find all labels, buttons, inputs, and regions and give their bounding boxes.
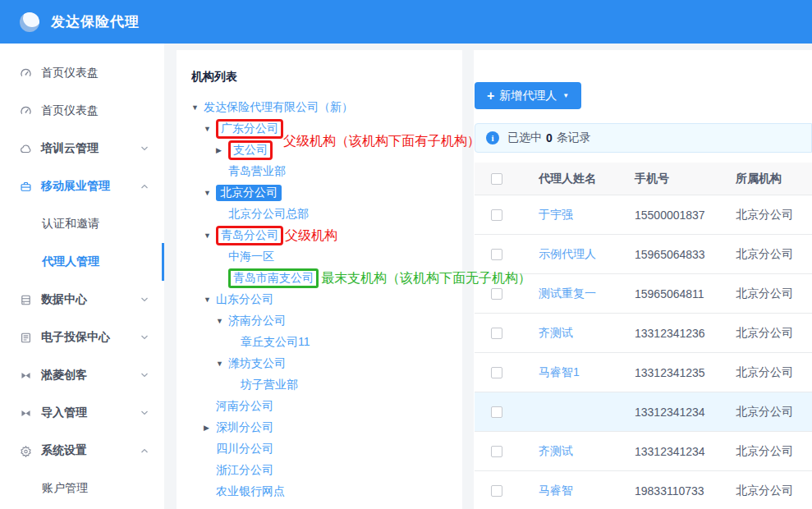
agent-name-link[interactable]: 马睿智 [539,484,573,497]
agent-name-link[interactable]: 齐测试 [539,326,573,339]
tree-node-fangzi[interactable]: 坊子营业部 [177,374,462,396]
agent-phone: 19833110733 [618,484,719,498]
app-window: 发达保险代理 首页仪表盘 首页仪表盘 培训云管理 移动展业管理 认证和邀请 代理… [0,0,812,509]
plus-icon: + [487,89,494,103]
tree-expand-icon[interactable]: ▼ [216,360,228,368]
agent-phone: 15500001837 [618,209,719,222]
chevron-up-icon [140,446,149,456]
gauge-icon [20,105,32,117]
sidebar-item-system-settings[interactable]: 系统设置 [0,432,164,470]
tree-expand-icon[interactable]: ▼ [204,296,216,304]
row-checkbox[interactable] [491,249,502,260]
chevron-down-icon [140,408,149,418]
bowtie-icon [20,369,32,382]
document-list-icon [20,332,32,344]
tree-node-agri-bank[interactable]: 农业银行网点 [177,481,462,502]
tree-node-jinan[interactable]: ▼济南分公司 [177,310,462,332]
sidebar-item-dashboard-1[interactable]: 首页仪表盘 [0,54,164,92]
tree-node-zhejiang[interactable]: 浙江分公司 [177,460,462,481]
sidebar-item-account-management[interactable]: 账户管理 [0,470,164,507]
cloud-icon [20,143,32,155]
sidebar-item-dashboard-2[interactable]: 首页仪表盘 [0,92,164,130]
app-title: 发达保险代理 [51,12,140,31]
agent-phone: 13312341235 [618,366,719,379]
agent-phone: 15965064811 [618,287,719,300]
sidebar-item-e-insurance-center[interactable]: 电子投保中心 [0,319,164,356]
tree-node-henan[interactable]: 河南分公司 [177,396,462,417]
table-row: 于宇强 15500001837 北京分公司 [475,195,812,235]
tree-node-qingdao-sales[interactable]: 青岛营业部 [177,161,462,182]
add-agent-button[interactable]: + 新增代理人 ▼ [475,82,581,109]
row-checkbox[interactable] [491,367,502,378]
tree-expand-icon[interactable]: ▼ [204,125,216,133]
tree-node-shenzhen[interactable]: ▶深圳分公司 [177,417,462,438]
tree-expand-icon[interactable]: ▼ [204,189,216,197]
agent-org: 北京分公司 [719,326,812,341]
row-checkbox[interactable] [491,328,502,339]
sidebar-active-indicator [162,243,164,281]
agent-org: 北京分公司 [719,365,812,380]
agent-phone: 13312341236 [618,327,719,340]
tree-expand-icon[interactable]: ▶ [216,146,228,154]
add-agent-label: 新增代理人 [499,89,557,103]
tree-expand-icon[interactable]: ▼ [204,232,216,240]
database-icon [20,294,32,306]
tree-node-zhonghai[interactable]: 中海一区 [177,246,462,268]
sidebar-item-label: 系统设置 [41,443,140,458]
agent-table: 代理人姓名 手机号 所属机构 于宇强 15500001837 北京分公司 示例代… [475,163,812,509]
sidebar-item-import-management[interactable]: 导入管理 [0,394,164,432]
row-checkbox[interactable] [491,209,502,221]
table-row: 齐测试 13312341236 北京分公司 [475,314,812,353]
row-checkbox[interactable] [491,406,502,418]
tree-expand-icon[interactable]: ▼ [216,317,228,325]
tree-node-root[interactable]: ▼发达保险代理有限公司（新） [177,97,462,118]
sidebar-nav: 首页仪表盘 首页仪表盘 培训云管理 移动展业管理 认证和邀请 代理人管理 数据中… [0,44,164,509]
chevron-down-icon [140,144,149,154]
row-checkbox[interactable] [491,446,502,457]
agent-org: 北京分公司 [719,405,812,420]
tree-node-beijing-hq[interactable]: 北京分公司总部 [177,204,462,225]
tree-expand-icon[interactable]: ▼ [191,103,204,112]
column-header-agent-name: 代理人姓名 [524,172,618,186]
row-checkbox[interactable] [491,485,502,497]
table-row: 齐测试 13312341234 北京分公司 [475,432,812,471]
tree-node-weifang[interactable]: ▼潍坊支公司 [177,353,462,374]
sidebar-item-label: 首页仪表盘 [41,66,149,80]
agent-name-link[interactable]: 马睿智1 [539,365,580,378]
table-row: 马睿智 19833110733 北京分公司 [475,471,812,509]
sidebar-item-label: 导入管理 [41,406,140,420]
agent-name-link[interactable]: 测试重复一 [539,287,596,300]
agent-name-link[interactable]: 示例代理人 [539,247,596,260]
column-header-org: 所属机构 [719,172,812,186]
tree-node-shandong[interactable]: ▼山东分公司 [177,289,462,310]
agent-org: 北京分公司 [719,287,812,301]
sidebar-item-data-center[interactable]: 数据中心 [0,281,164,319]
selection-count: 0 [546,131,553,144]
chevron-down-icon [140,332,149,342]
sidebar-item-label: 移动展业管理 [41,179,140,194]
select-all-checkbox[interactable] [491,173,502,185]
sidebar-item-agent-management[interactable]: 代理人管理 [0,243,164,281]
sidebar-item-training-cloud[interactable]: 培训云管理 [0,130,164,167]
sidebar-item-songling-maker[interactable]: 淞菱创客 [0,356,164,394]
gauge-icon [20,67,32,80]
gear-icon [20,445,32,457]
annotation-parent-org-with-children: 父级机构（该机构下面有子机构） [283,133,480,150]
selection-prefix: 已选中 [507,131,542,145]
caret-down-icon: ▼ [562,92,569,99]
sidebar-item-label: 培训云管理 [41,141,140,156]
agent-name-link[interactable]: 齐测试 [539,444,573,457]
sidebar-item-label: 账户管理 [42,481,149,496]
tree-node-sichuan[interactable]: 四川分公司 [177,438,462,460]
tree-node-beijing-selected[interactable]: ▼北京分公司 [177,182,462,204]
agent-org: 北京分公司 [719,444,812,459]
row-checkbox[interactable] [491,288,502,300]
agent-name-link[interactable]: 于宇强 [539,208,573,221]
tree-expand-icon[interactable]: ▶ [204,424,216,432]
sidebar-item-auth-invite[interactable]: 认证和邀请 [0,205,164,243]
tree-node-zhangqiu[interactable]: 章丘支公司11 [177,332,462,353]
annotation-parent-org: 父级机构 [285,227,337,245]
agent-org: 北京分公司 [719,247,812,262]
sidebar-item-mobile-business[interactable]: 移动展业管理 [0,167,164,205]
sidebar-item-label: 代理人管理 [42,254,149,269]
